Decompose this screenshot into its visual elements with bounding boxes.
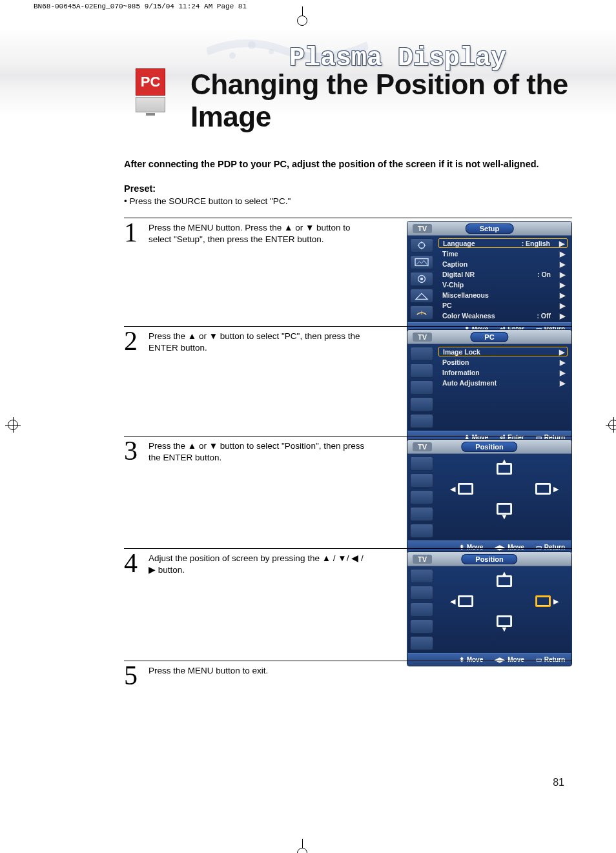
osd-menu-list: Image Lock▶ Position▶ Information▶ Auto … [437,344,571,431]
step-text: Press the MENU button to exit. [149,664,268,677]
osd-channel-icon [410,507,433,521]
osd-setup-icon [410,414,433,428]
menu-item-information[interactable]: Information▶ [438,367,568,377]
osd-input-icon [410,347,433,361]
menu-item-misc[interactable]: Miscellaneous▶ [438,290,568,300]
osd-title: Position [461,442,517,452]
menu-item-image-lock[interactable]: Image Lock▶ [438,347,568,356]
step-text: Press the ▲ or ▼ button to select "PC", … [149,329,371,354]
osd-input-icon [410,457,433,471]
osd-position-panel-2: TV Position ▲ ▼ [407,551,572,666]
svg-point-3 [418,242,424,248]
chevron-right-icon: ▶ [558,240,564,247]
chevron-right-icon: ▶ [559,358,565,366]
chevron-right-icon: ▶ [559,369,565,376]
chevron-right-icon: ▶ [559,312,565,320]
svg-rect-4 [415,259,428,266]
osd-menu-list: Language : English ▶ Time▶ Caption▶ Digi… [437,236,571,322]
pad-left[interactable] [458,595,473,607]
osd-setup-icon [410,305,433,320]
content-area: After connecting the PDP to your PC, adj… [124,159,572,687]
chevron-right-icon: ▶ [559,291,565,299]
osd-channel-icon [410,289,433,303]
step-number: 1 [124,221,145,244]
osd-title: PC [470,332,508,342]
osd-picture-icon [410,473,433,488]
osd-channel-icon [410,397,433,411]
pad-up[interactable] [497,463,512,475]
chevron-right-icon: ▶ [558,348,564,356]
menu-item-auto-adjustment[interactable]: Auto Adjustment▶ [438,378,568,387]
header-band: PC Plasma Display Changing the Position … [0,30,616,114]
svg-point-6 [420,278,424,281]
arrow-right-icon: ▶ [553,485,559,493]
osd-picture-icon [410,364,433,378]
page-title: Changing the Position of the Image [190,68,616,133]
osd-side-icons [407,344,437,431]
osd-titlebar: TV PC [407,330,571,344]
svg-point-2 [229,52,236,59]
step-2: 2 Press the ▲ or ▼ button to select "PC"… [124,326,572,436]
osd-input-icon [410,569,433,583]
preset-instruction: Press the SOURCE button to select "PC." [124,196,572,206]
osd-pc-panel: TV PC Image Lock▶ Positi [407,329,572,444]
pad-up[interactable] [497,575,512,587]
pad-right-selected[interactable] [535,595,551,607]
chevron-right-icon: ▶ [559,250,565,258]
chevron-right-icon: ▶ [559,302,565,309]
osd-titlebar: TV Setup [407,221,571,236]
print-header: BN68-00645A-02Eng_070~085 9/15/04 11:24 … [0,0,616,10]
osd-input-icon [410,238,433,252]
step-text: Press the ▲ or ▼ button to select "Posit… [149,439,371,464]
preset-label: Preset: [124,183,572,194]
steps-list: 1 Press the MENU button. Press the ▲ or … [124,218,572,687]
osd-title: Position [461,554,517,564]
pc-badge: PC [136,68,168,112]
osd-titlebar: TV Position [407,440,571,454]
osd-setup-icon [410,636,433,650]
osd-tv-badge: TV [413,333,432,342]
chevron-right-icon: ▶ [559,281,565,289]
step-number: 2 [124,329,145,353]
svg-point-0 [248,41,256,49]
arrow-left-icon: ◀ [450,597,455,606]
arrow-right-icon: ▶ [553,597,559,606]
menu-item-position[interactable]: Position▶ [438,357,568,367]
osd-tv-badge: TV [413,555,432,564]
osd-sound-icon [410,380,433,395]
position-pad: ▲ ▼ ◀ ▶ [437,566,571,636]
chevron-right-icon: ▶ [559,271,565,278]
intro-text: After connecting the PDP to your PC, adj… [124,159,572,169]
step-number: 5 [124,664,145,687]
osd-setup-icon [410,524,433,538]
menu-item-time[interactable]: Time▶ [438,249,568,258]
step-4: 4 Adjust the position of screen by press… [124,548,572,661]
pad-left[interactable] [458,483,473,495]
menu-item-color-weakness[interactable]: Color Weakness: Off▶ [438,311,568,320]
menu-item-language[interactable]: Language : English ▶ [438,238,568,248]
pad-down[interactable] [497,503,512,515]
menu-item-digital-nr[interactable]: Digital NR: On▶ [438,269,568,279]
osd-side-icons [407,236,437,322]
step-1: 1 Press the MENU button. Press the ▲ or … [124,218,572,326]
pad-right[interactable] [535,483,551,495]
osd-position-panel: TV Position ▲ ▼ [407,439,572,554]
page-number: 81 [553,777,564,788]
step-3: 3 Press the ▲ or ▼ button to select "Pos… [124,436,572,548]
menu-item-vchip[interactable]: V-Chip▶ [438,280,568,289]
osd-tv-badge: TV [413,442,432,451]
osd-side-icons [407,454,437,540]
chevron-right-icon: ▶ [559,260,565,268]
register-mark-bottom [297,839,303,848]
osd-sound-icon [410,490,433,504]
osd-sound-icon [410,272,433,286]
osd-channel-icon [410,619,433,633]
osd-picture-icon [410,586,433,600]
menu-item-pc[interactable]: PC▶ [438,300,568,310]
menu-item-caption[interactable]: Caption▶ [438,259,568,269]
osd-title: Setup [466,223,514,234]
osd-side-icons [407,566,437,653]
arrow-left-icon: ◀ [450,485,455,493]
pad-down[interactable] [497,615,512,627]
svg-point-1 [269,49,274,54]
